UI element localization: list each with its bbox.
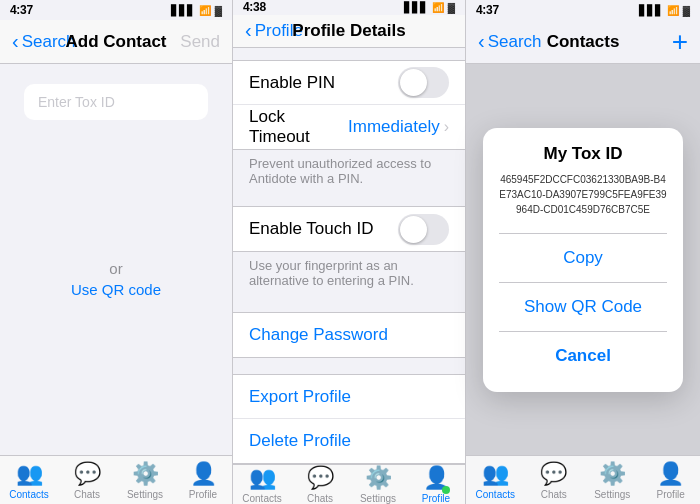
copy-button[interactable]: Copy (499, 238, 667, 278)
left-content: Enter Tox ID (0, 64, 232, 140)
chevron-left-icon-mid: ‹ (245, 19, 252, 42)
tab-label-chats-right: Chats (541, 489, 567, 500)
chats-icon-right: 💬 (540, 461, 567, 487)
status-icons-mid: ▋▋▋ 📶 ▓ (404, 2, 455, 13)
tab-profile-mid[interactable]: 👤 Profile (407, 465, 465, 504)
export-profile-label: Export Profile (249, 387, 351, 407)
tab-settings-left[interactable]: ⚙️ Settings (116, 461, 174, 500)
toggle-thumb-touchid (400, 216, 427, 243)
chevron-left-icon: ‹ (12, 30, 19, 53)
nav-title-left: Add Contact (65, 32, 166, 52)
modal-divider-1 (499, 233, 667, 234)
tox-id-modal: My Tox ID 465945F2DCCFC03621330BA9B-B4E7… (483, 128, 683, 392)
modal-title: My Tox ID (543, 144, 622, 164)
signal-icon-right: ▋▋▋ (639, 5, 663, 16)
nav-bar-mid: ‹ Profile Profile Details (233, 15, 465, 48)
enable-touchid-toggle[interactable] (398, 214, 449, 245)
enable-pin-row[interactable]: Enable PIN (233, 61, 465, 105)
tab-label-contacts-left: Contacts (9, 489, 48, 500)
delete-profile-row[interactable]: Delete Profile (233, 419, 465, 463)
modal-divider-2 (499, 282, 667, 283)
nav-title-right: Contacts (547, 32, 620, 52)
profile-actions-section: Export Profile Delete Profile (233, 374, 465, 464)
change-password-section: Change Password (233, 312, 465, 358)
touch-id-section: Enable Touch ID (233, 206, 465, 252)
profile-dot-mid (442, 486, 450, 494)
status-bar-right: 4:37 ▋▋▋ 📶 ▓ (466, 0, 700, 20)
tab-label-chats-left: Chats (74, 489, 100, 500)
show-qr-button[interactable]: Show QR Code (499, 287, 667, 327)
enable-pin-toggle[interactable] (398, 67, 449, 98)
tab-settings-right[interactable]: ⚙️ Settings (583, 461, 642, 500)
battery-icon: ▓ (215, 5, 222, 16)
modal-divider-3 (499, 331, 667, 332)
tab-profile-left[interactable]: 👤 Profile (174, 461, 232, 500)
tab-bar-left: 👥 Contacts 💬 Chats ⚙️ Settings 👤 Profile (0, 455, 232, 504)
contacts-icon-right: 👥 (482, 461, 509, 487)
use-qr-code-link[interactable]: Use QR code (71, 281, 161, 298)
tab-bar-right: 👥 Contacts 💬 Chats ⚙️ Settings 👤 Profile (466, 455, 700, 504)
status-icons-left: ▋▋▋ 📶 ▓ (171, 5, 222, 16)
tab-chats-mid[interactable]: 💬 Chats (291, 465, 349, 504)
nav-bar-left: ‹ Search Add Contact Send (0, 20, 232, 64)
tab-chats-left[interactable]: 💬 Chats (58, 461, 116, 500)
contacts-icon-mid: 👥 (249, 465, 276, 491)
tab-label-chats-mid: Chats (307, 493, 333, 504)
profile-icon-right: 👤 (657, 461, 684, 487)
tab-contacts-right[interactable]: 👥 Contacts (466, 461, 525, 500)
tab-contacts-mid[interactable]: 👥 Contacts (233, 465, 291, 504)
nav-bar-right: ‹ Search Contacts + (466, 20, 700, 64)
battery-icon-mid: ▓ (448, 2, 455, 13)
change-password-label: Change Password (249, 325, 388, 345)
settings-icon-left: ⚙️ (132, 461, 159, 487)
chats-icon-left: 💬 (74, 461, 101, 487)
export-profile-row[interactable]: Export Profile (233, 375, 465, 419)
lock-timeout-label: Lock Timeout (249, 107, 348, 147)
status-bar-left: 4:37 ▋▋▋ 📶 ▓ (0, 0, 232, 20)
tab-contacts-left[interactable]: 👥 Contacts (0, 461, 58, 500)
or-text: or (109, 260, 122, 277)
tab-label-profile-left: Profile (189, 489, 217, 500)
time-mid: 4:38 (243, 0, 266, 14)
delete-profile-label: Delete Profile (249, 431, 351, 451)
signal-icon-mid: ▋▋▋ (404, 2, 428, 13)
enable-pin-label: Enable PIN (249, 73, 398, 93)
send-button[interactable]: Send (180, 32, 220, 52)
tox-id-input[interactable]: Enter Tox ID (24, 84, 208, 120)
tab-label-contacts-right: Contacts (476, 489, 515, 500)
signal-icon: ▋▋▋ (171, 5, 195, 16)
toggle-thumb-pin (400, 69, 427, 96)
chevron-right-icon: › (444, 118, 449, 136)
time-right: 4:37 (476, 3, 499, 17)
tab-label-settings-mid: Settings (360, 493, 396, 504)
touchid-hint-text: Use your fingerprint as an alternative t… (233, 252, 465, 296)
enable-touchid-row[interactable]: Enable Touch ID (233, 207, 465, 251)
tab-label-contacts-mid: Contacts (242, 493, 281, 504)
battery-icon-right: ▓ (683, 5, 690, 16)
panel-mid: 4:38 ▋▋▋ 📶 ▓ ‹ Profile Profile Details E… (233, 0, 466, 504)
back-label-right: Search (488, 32, 542, 52)
panel-right: 4:37 ▋▋▋ 📶 ▓ ‹ Search Contacts + My Tox … (466, 0, 700, 504)
gray-background: My Tox ID 465945F2DCCFC03621330BA9B-B4E7… (466, 64, 700, 455)
modal-tox-id: 465945F2DCCFC03621330BA9B-B4E73AC10-DA39… (499, 172, 667, 217)
tab-settings-mid[interactable]: ⚙️ Settings (349, 465, 407, 504)
tab-label-settings-left: Settings (127, 489, 163, 500)
or-section: or Use QR code (0, 260, 232, 298)
status-icons-right: ▋▋▋ 📶 ▓ (639, 5, 690, 16)
chats-icon-mid: 💬 (307, 465, 334, 491)
wifi-icon-mid: 📶 (432, 2, 444, 13)
tab-chats-right[interactable]: 💬 Chats (525, 461, 584, 500)
add-contact-button[interactable]: + (672, 26, 688, 58)
panel-left: 4:37 ▋▋▋ 📶 ▓ ‹ Search Add Contact Send E… (0, 0, 233, 504)
tab-label-profile-mid: Profile (422, 493, 450, 504)
tab-profile-right[interactable]: 👤 Profile (642, 461, 701, 500)
contacts-icon-left: 👥 (16, 461, 43, 487)
pin-hint-text: Prevent unauthorized access to Antidote … (233, 150, 465, 194)
profile-icon-left: 👤 (190, 461, 217, 487)
cancel-button[interactable]: Cancel (499, 336, 667, 376)
change-password-row[interactable]: Change Password (233, 313, 465, 357)
back-button-right[interactable]: ‹ Search (478, 30, 542, 53)
lock-timeout-row[interactable]: Lock Timeout Immediately › (233, 105, 465, 149)
lock-timeout-value: Immediately (348, 117, 440, 137)
enable-touchid-label: Enable Touch ID (249, 219, 398, 239)
